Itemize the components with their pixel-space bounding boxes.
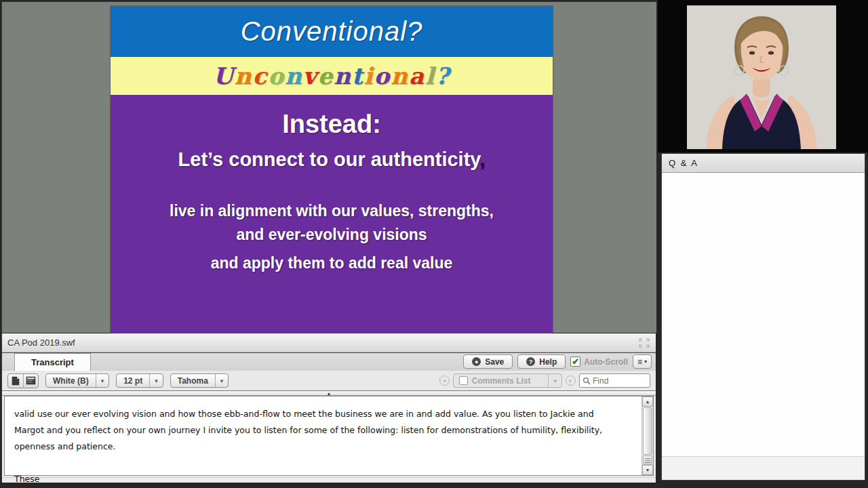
search-icon (583, 377, 591, 385)
autoscroll-control: ✔ Auto-Scroll (570, 357, 628, 367)
page-icon (11, 376, 20, 386)
chevron-down-icon: ▾ (96, 378, 109, 384)
hamburger-icon: ≡ (637, 357, 642, 367)
qa-body[interactable] (662, 173, 865, 456)
transcript-splitter[interactable]: ▲ (2, 390, 656, 396)
next-comment-button[interactable]: ▸ (566, 375, 576, 386)
wordart-letter: i (364, 62, 374, 89)
comments-checkbox[interactable] (459, 376, 468, 385)
expand-icon[interactable] (638, 338, 650, 348)
slide-title-unconventional: Unconventional? (213, 62, 450, 89)
slide-instead-heading: Instead: (111, 95, 553, 139)
tabrow-actions: ● Save ? Help ✔ Auto-Scroll ≡▾ (463, 354, 656, 371)
font-family-value: Tahoma (171, 376, 215, 386)
help-icon: ? (526, 357, 535, 366)
slide-purple-band: Instead: Let’s connect to our authentici… (111, 95, 553, 333)
qa-panel: Q & A (661, 153, 865, 481)
panel-icon (26, 376, 36, 385)
slide-body-line3: and apply them to add real value (211, 254, 453, 272)
wordart-letter: l (425, 62, 435, 89)
window-title: CA Pod 2019.swf (7, 338, 75, 348)
scroll-down-button[interactable]: ▼ (642, 465, 653, 475)
page-view-button[interactable] (8, 374, 23, 388)
save-icon: ● (472, 357, 481, 366)
chevron-down-icon: ▾ (549, 378, 561, 384)
font-family-dropdown[interactable]: Tahoma ▾ (170, 373, 229, 388)
wordart-letter: c (253, 62, 269, 89)
slide-connect-line: Let’s connect to our authenticity, (111, 148, 553, 171)
help-button-label: Help (539, 357, 557, 367)
presentation-stage: Conventional? Unconventional? Instead: L… (1, 1, 656, 333)
prev-comment-button[interactable]: ◂ (439, 375, 450, 386)
scrollbar-grip[interactable] (643, 455, 652, 465)
chevron-down-icon: ▾ (150, 378, 163, 384)
slide-body-text: live in alignment with our values, stren… (111, 199, 553, 275)
autoscroll-label: Auto-Scroll (584, 357, 628, 367)
transcript-scrollbar[interactable]: ▲ ▼ (642, 396, 653, 475)
font-size-dropdown[interactable]: 12 pt ▾ (116, 373, 163, 388)
transcript-tabrow: Transcript ● Save ? Help ✔ Auto-Scroll ≡… (2, 352, 656, 371)
font-size-value: 12 pt (117, 376, 149, 386)
wordart-letter: ? (435, 62, 450, 89)
font-color-dropdown[interactable]: White (B) ▾ (45, 373, 109, 388)
panel-view-button[interactable] (23, 374, 38, 388)
slide-body-line1: live in alignment with our values, stren… (170, 202, 494, 220)
find-box (579, 373, 650, 388)
wordart-letter: n (235, 62, 253, 89)
transcript-text: valid use our ever evolving vision and h… (5, 396, 632, 487)
slide-body-line2: and ever-evolving visions (236, 226, 427, 243)
wordart-letter: n (285, 62, 303, 89)
wordart-letter: a (409, 62, 425, 89)
presenter-webcam-image (687, 5, 836, 149)
transcript-paragraph: valid use our ever evolving vision and h… (14, 406, 621, 455)
chevron-down-icon: ▾ (216, 378, 229, 384)
wordart-letter: t (352, 62, 364, 89)
find-input[interactable] (593, 376, 640, 386)
save-button[interactable]: ● Save (463, 354, 513, 369)
collapse-up-icon: ▲ (327, 391, 332, 396)
help-button[interactable]: ? Help (517, 354, 566, 369)
webinar-window: Conventional? Unconventional? Instead: L… (0, 0, 868, 488)
comments-list-control[interactable]: Comments List ▾ (453, 373, 562, 388)
qa-title: Q & A (669, 158, 698, 168)
wordart-letter: e (317, 62, 334, 89)
scrollbar-thumb[interactable] (643, 407, 652, 455)
presenter-webcam (687, 5, 836, 149)
wordart-letter: o (268, 62, 285, 89)
wordart-letter: n (334, 62, 352, 89)
slide-connect-comma: , (479, 148, 485, 170)
font-color-value: White (B) (46, 376, 96, 386)
transcript-panel: CA Pod 2019.swf Transcript ● Save ? (1, 333, 656, 483)
comments-list-label: Comments List (472, 376, 549, 386)
transcript-menu-button[interactable]: ≡▾ (633, 354, 652, 369)
chevron-down-icon: ▾ (644, 359, 647, 365)
scroll-up-button[interactable]: ▲ (642, 396, 653, 407)
window-frame-bottom (0, 483, 868, 488)
webcam-panel (658, 0, 868, 152)
slide: Conventional? Unconventional? Instead: L… (111, 6, 553, 333)
wordart-letter: v (303, 62, 318, 89)
transcript-text-area[interactable]: valid use our ever evolving vision and h… (4, 396, 654, 476)
wordart-letter: o (374, 62, 391, 89)
autoscroll-checkbox[interactable]: ✔ (570, 357, 580, 367)
transcript-toolbar: White (B) ▾ 12 pt ▾ Tahoma ▾ ◂ Comments … (2, 371, 656, 390)
slide-yellow-band: Unconventional? (111, 57, 553, 95)
view-mode-group (7, 373, 39, 388)
slide-blue-band: Conventional? (111, 6, 553, 57)
qa-header: Q & A (662, 154, 865, 173)
save-button-label: Save (485, 357, 504, 367)
comments-find-controls: ◂ Comments List ▾ ▸ (439, 373, 650, 388)
wordart-letter: n (391, 62, 409, 89)
transcript-titlebar: CA Pod 2019.swf (2, 333, 656, 352)
qa-footer (662, 456, 865, 480)
slide-title-conventional: Conventional? (241, 16, 423, 47)
wordart-letter: U (213, 62, 235, 89)
tab-transcript[interactable]: Transcript (14, 353, 91, 371)
